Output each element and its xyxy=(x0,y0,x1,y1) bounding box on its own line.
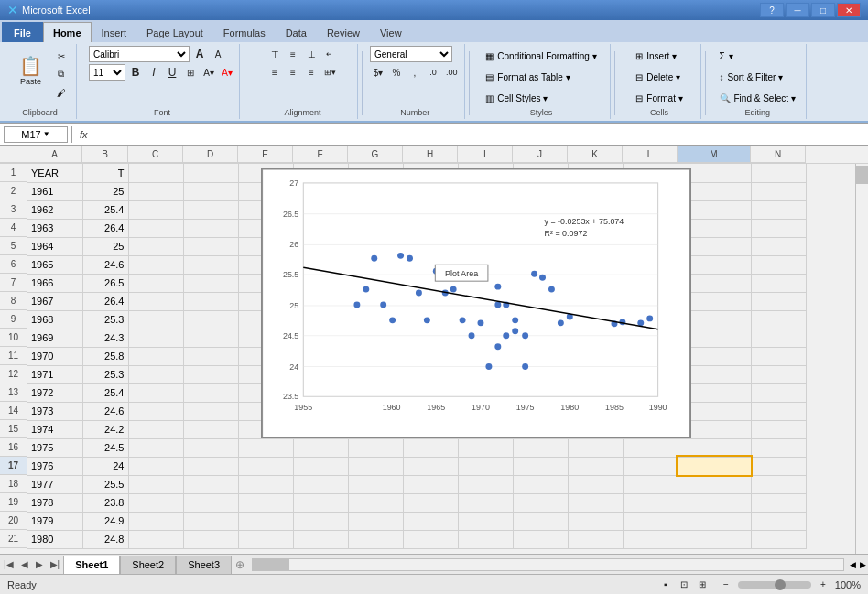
grid-cell[interactable] xyxy=(568,512,623,530)
grid-cell[interactable] xyxy=(293,530,348,548)
grid-cell[interactable] xyxy=(238,530,293,548)
col-header-I[interactable]: I xyxy=(458,146,513,163)
grid-cell[interactable] xyxy=(183,457,238,475)
grid-cell[interactable]: 24.5 xyxy=(82,438,128,457)
grid-cell[interactable] xyxy=(458,493,513,512)
row-header-8[interactable]: 8 xyxy=(0,292,27,310)
italic-button[interactable]: I xyxy=(146,64,162,81)
grid-cell[interactable] xyxy=(568,438,623,457)
grid-cell[interactable] xyxy=(128,475,183,493)
grid-cell[interactable] xyxy=(458,438,513,457)
grid-cell[interactable]: 25.3 xyxy=(82,365,128,383)
grid-cell[interactable] xyxy=(751,365,806,383)
grid-cell[interactable] xyxy=(751,493,806,512)
zoom-out-btn[interactable]: − xyxy=(718,577,734,593)
grid-cell[interactable] xyxy=(128,329,183,347)
zoom-thumb[interactable] xyxy=(775,579,786,590)
grid-cell[interactable]: 25.4 xyxy=(82,383,128,402)
sheet-nav-prev[interactable]: ◀ xyxy=(17,559,32,569)
grid-cell[interactable] xyxy=(183,383,238,402)
col-header-D[interactable]: D xyxy=(183,146,238,163)
grid-cell[interactable] xyxy=(751,237,806,255)
corner-cell[interactable] xyxy=(0,146,27,163)
grid-cell[interactable]: 1979 xyxy=(27,512,82,530)
grid-cell[interactable] xyxy=(751,438,806,457)
grid-cell[interactable] xyxy=(513,438,568,457)
grid-cell[interactable] xyxy=(128,365,183,383)
grid-cell[interactable] xyxy=(403,438,458,457)
font-size-up[interactable]: A xyxy=(191,46,208,62)
cell-styles-button[interactable]: ▥ Cell Styles ▾ xyxy=(479,88,554,108)
grid-cell[interactable] xyxy=(403,530,458,548)
font-size-select[interactable]: 11 xyxy=(89,64,125,81)
grid-cell[interactable] xyxy=(183,512,238,530)
grid-cell[interactable] xyxy=(293,493,348,512)
grid-cell[interactable] xyxy=(751,219,806,237)
conditional-formatting-button[interactable]: ▦ Conditional Formatting ▾ xyxy=(479,46,602,66)
align-center-button[interactable]: ≡ xyxy=(285,64,301,81)
row-header-16[interactable]: 16 xyxy=(0,438,27,457)
grid-cell[interactable]: 24.6 xyxy=(82,402,128,420)
underline-button[interactable]: U xyxy=(164,64,180,81)
grid-cell[interactable] xyxy=(751,420,806,438)
grid-cell[interactable] xyxy=(183,329,238,347)
grid-cell[interactable]: 25.3 xyxy=(82,310,128,329)
grid-cell[interactable]: 1969 xyxy=(27,329,82,347)
grid-cell[interactable] xyxy=(751,310,806,329)
grid-cell[interactable]: 1974 xyxy=(27,420,82,438)
grid-cell[interactable] xyxy=(348,512,403,530)
grid-cell[interactable] xyxy=(403,493,458,512)
row-header-12[interactable]: 12 xyxy=(0,365,27,383)
grid-cell[interactable] xyxy=(128,219,183,237)
fill-color-button[interactable]: A▾ xyxy=(201,64,217,81)
sum-button[interactable]: Σ ▾ xyxy=(713,46,740,66)
grid-cell[interactable] xyxy=(183,237,238,255)
row-header-13[interactable]: 13 xyxy=(0,383,27,402)
grid-cell[interactable]: 24 xyxy=(82,457,128,475)
grid-cell[interactable] xyxy=(238,438,293,457)
grid-cell[interactable] xyxy=(128,164,183,182)
grid-cell[interactable]: 1963 xyxy=(27,219,82,237)
align-bottom-button[interactable]: ⊥ xyxy=(303,46,320,62)
grid-cell[interactable] xyxy=(751,347,806,365)
tab-home[interactable]: Home xyxy=(43,22,92,42)
row-header-11[interactable]: 11 xyxy=(0,347,27,365)
insert-cells-button[interactable]: ⊞ Insert ▾ xyxy=(629,46,683,66)
grid-cell[interactable] xyxy=(623,512,678,530)
grid-cell[interactable] xyxy=(513,475,568,493)
format-painter-button[interactable]: 🖌 xyxy=(53,84,70,101)
grid-cell[interactable] xyxy=(183,347,238,365)
grid-cell[interactable]: 24.2 xyxy=(82,420,128,438)
grid-cell[interactable] xyxy=(183,274,238,292)
tab-view[interactable]: View xyxy=(370,22,412,42)
grid-cell[interactable] xyxy=(183,365,238,383)
grid-cell[interactable] xyxy=(458,530,513,548)
col-header-B[interactable]: B xyxy=(82,146,128,163)
grid-cell[interactable] xyxy=(623,438,678,457)
grid-cell[interactable]: YEAR xyxy=(27,164,82,182)
paste-button[interactable]: 📋 Paste xyxy=(11,46,51,97)
grid-cell[interactable] xyxy=(751,164,806,182)
grid-cell[interactable] xyxy=(128,530,183,548)
sheet-tab-sheet1[interactable]: Sheet1 xyxy=(63,556,120,574)
grid-cell[interactable]: 1972 xyxy=(27,383,82,402)
grid-cell[interactable]: 26.4 xyxy=(82,292,128,310)
scroll-thumb-h[interactable] xyxy=(253,559,289,570)
row-header-21[interactable]: 21 xyxy=(0,530,27,548)
grid-cell[interactable]: 1977 xyxy=(27,475,82,493)
grid-cell[interactable] xyxy=(183,182,238,200)
restore-btn[interactable]: □ xyxy=(811,3,835,17)
grid-cell[interactable] xyxy=(348,457,403,475)
grid-cell[interactable] xyxy=(128,457,183,475)
grid-cell[interactable] xyxy=(238,457,293,475)
scroll-thumb-v[interactable] xyxy=(856,166,868,184)
grid-cell[interactable] xyxy=(678,438,751,457)
grid-cell[interactable] xyxy=(751,383,806,402)
grid-cell[interactable] xyxy=(128,347,183,365)
grid-cell[interactable] xyxy=(623,457,678,475)
grid-cell[interactable] xyxy=(183,475,238,493)
bold-button[interactable]: B xyxy=(127,64,144,81)
grid-cell[interactable] xyxy=(128,402,183,420)
grid-cell[interactable]: 25.8 xyxy=(82,347,128,365)
grid-cell[interactable]: 1973 xyxy=(27,402,82,420)
